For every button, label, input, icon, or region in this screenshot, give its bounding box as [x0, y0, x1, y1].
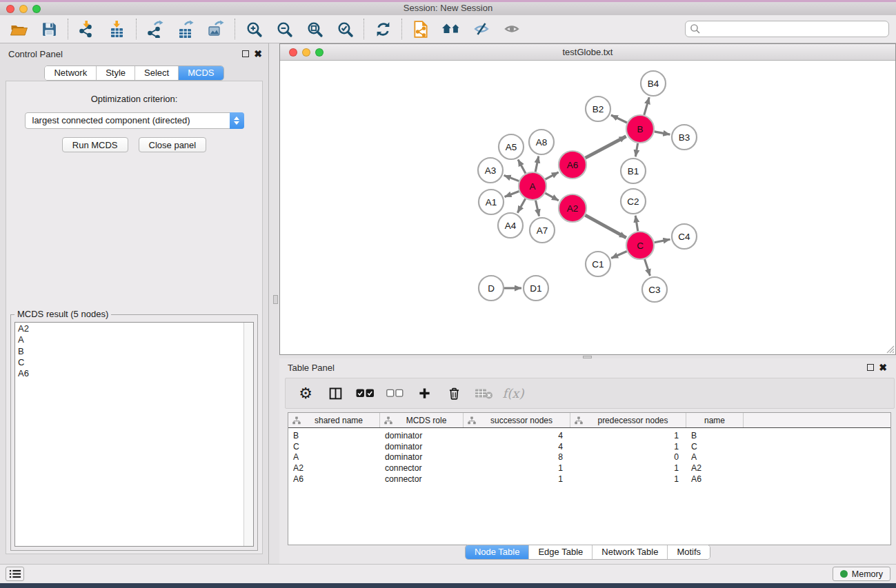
show-columns-icon[interactable]	[325, 384, 346, 403]
graph-node-B2[interactable]: B2	[586, 97, 610, 121]
graph-edge-A-A8[interactable]	[535, 156, 539, 172]
graph-edge-B-B3[interactable]	[655, 132, 670, 134]
minimize-view-button[interactable]	[302, 48, 310, 57]
graph-node-A4[interactable]: A4	[498, 213, 523, 238]
save-session-icon[interactable]	[39, 19, 59, 39]
tab-mcds[interactable]: MCDS	[178, 66, 223, 80]
zoom-in-icon[interactable]	[244, 19, 263, 39]
graph-node-B[interactable]: B	[626, 115, 654, 143]
table-tab-node-table[interactable]: Node Table	[466, 545, 529, 559]
refresh-network-icon[interactable]	[373, 19, 392, 39]
graph-edge-B-B1[interactable]	[635, 143, 637, 157]
search-input[interactable]	[685, 21, 889, 37]
close-panel-button[interactable]: Close panel	[139, 137, 207, 152]
delete-columns-icon[interactable]	[444, 384, 464, 403]
close-panel-icon[interactable]: ✖	[254, 50, 262, 58]
graph-node-A8[interactable]: A8	[529, 130, 554, 154]
select-all-columns-icon[interactable]	[355, 384, 375, 403]
graph-node-A2[interactable]: A2	[559, 194, 586, 222]
float-panel-icon[interactable]	[242, 50, 249, 57]
graph-edge-A-A6[interactable]	[546, 172, 559, 179]
graph-edge-A-A7[interactable]	[535, 201, 539, 216]
column-header-shared-name[interactable]: shared name	[288, 413, 380, 427]
mcds-result-item[interactable]: A	[18, 334, 253, 345]
close-view-button[interactable]	[289, 48, 297, 57]
graph-node-D[interactable]: D	[479, 276, 504, 301]
column-header-name[interactable]: name	[686, 413, 744, 427]
table-tab-edge-table[interactable]: Edge Table	[528, 545, 592, 559]
table-tab-network-table[interactable]: Network Table	[592, 545, 667, 559]
graph-node-A6[interactable]: A6	[559, 151, 586, 179]
vertical-split-handle[interactable]	[273, 295, 278, 304]
unselect-all-columns-icon[interactable]	[384, 384, 405, 403]
column-header-MCDS-role[interactable]: MCDS role	[380, 413, 464, 427]
close-table-panel-icon[interactable]: ✖	[879, 363, 887, 372]
column-header-predecessor-nodes[interactable]: predecessor nodes	[570, 413, 686, 427]
graph-edge-A2-C[interactable]	[585, 215, 626, 238]
function-builder-icon[interactable]: f(x)	[503, 384, 524, 403]
import-network-icon[interactable]	[77, 19, 97, 39]
table-tab-motifs[interactable]: Motifs	[667, 545, 710, 559]
graph-node-A3[interactable]: A3	[478, 158, 503, 183]
graph-edge-C-C4[interactable]	[655, 239, 670, 243]
resize-grip-icon[interactable]	[886, 345, 895, 354]
graph-edge-B-B4[interactable]	[644, 97, 649, 115]
close-window-button[interactable]	[6, 5, 14, 13]
graph-edge-A6-B[interactable]	[586, 136, 626, 158]
minimize-window-button[interactable]	[19, 5, 28, 13]
export-table-icon[interactable]	[176, 19, 195, 39]
graph-edge-B-B2[interactable]	[611, 115, 627, 123]
new-network-from-selection-icon[interactable]	[411, 19, 430, 39]
zoom-window-button[interactable]	[32, 5, 41, 13]
zoom-fit-icon[interactable]	[305, 19, 324, 39]
graph-edge-C-C1[interactable]	[611, 251, 627, 258]
mcds-result-item[interactable]: C	[18, 357, 253, 368]
graph-edge-A-A4[interactable]	[517, 199, 525, 212]
mcds-result-item[interactable]: A2	[18, 323, 253, 334]
graph-node-B3[interactable]: B3	[672, 125, 697, 150]
open-file-icon[interactable]	[9, 19, 28, 39]
float-table-panel-icon[interactable]	[867, 364, 874, 371]
graph-edge-A-A2[interactable]	[545, 193, 558, 201]
table-row[interactable]: A2connector11A2	[288, 463, 890, 474]
show-all-icon[interactable]	[502, 19, 521, 39]
graph-node-C[interactable]: C	[626, 232, 654, 259]
import-table-icon[interactable]	[108, 19, 127, 39]
zoom-view-button[interactable]	[315, 48, 323, 57]
export-network-icon[interactable]	[146, 19, 165, 39]
optimization-criterion-select[interactable]: largest connected component (directed)	[25, 112, 244, 129]
graph-node-A[interactable]: A	[519, 172, 546, 200]
mcds-result-item[interactable]: B	[18, 346, 253, 357]
graph-node-A1[interactable]: A1	[479, 190, 504, 214]
table-row[interactable]: Adominator80A	[288, 452, 890, 463]
table-settings-icon[interactable]: ⚙	[295, 384, 316, 403]
delete-table-icon[interactable]	[473, 384, 494, 403]
export-image-icon[interactable]	[206, 19, 226, 39]
graph-edge-A-A3[interactable]	[504, 175, 519, 181]
memory-button[interactable]: Memory	[833, 567, 890, 581]
zoom-selected-icon[interactable]	[335, 19, 355, 39]
horizontal-split-handle[interactable]	[583, 356, 592, 358]
task-history-button[interactable]	[6, 567, 24, 581]
tab-network[interactable]: Network	[45, 66, 96, 80]
column-header-successor-nodes[interactable]: successor nodes	[464, 413, 570, 427]
graph-node-A5[interactable]: A5	[499, 134, 524, 159]
hide-selected-icon[interactable]	[472, 19, 491, 39]
zoom-out-icon[interactable]	[275, 19, 294, 39]
table-row[interactable]: Bdominator41B	[288, 430, 890, 441]
table-row[interactable]: Cdominator41C	[288, 441, 890, 452]
graph-node-C4[interactable]: C4	[672, 224, 697, 249]
tab-style[interactable]: Style	[96, 66, 135, 80]
graph-edge-C-C3[interactable]	[645, 259, 650, 276]
add-column-icon[interactable]	[414, 384, 435, 403]
result-list-scrollbar[interactable]	[243, 323, 253, 546]
first-neighbors-icon[interactable]	[441, 19, 461, 39]
table-row[interactable]: A6connector11A6	[288, 474, 890, 485]
mcds-result-item[interactable]: A6	[18, 368, 253, 379]
graph-node-D1[interactable]: D1	[524, 276, 548, 301]
graph-node-C2[interactable]: C2	[621, 189, 646, 214]
tab-select[interactable]: Select	[135, 66, 178, 80]
graph-node-B1[interactable]: B1	[621, 159, 646, 183]
run-mcds-button[interactable]: Run MCDS	[62, 137, 128, 152]
graph-edge-A-A5[interactable]	[518, 159, 526, 173]
